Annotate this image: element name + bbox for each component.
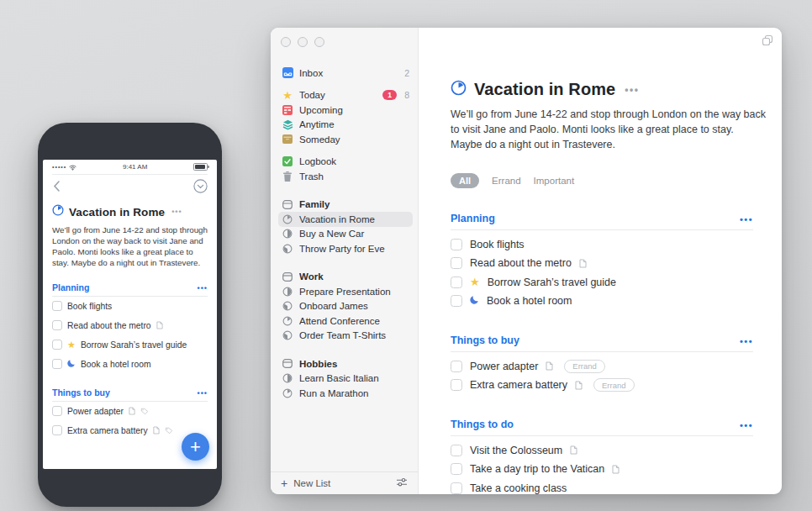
phone-project-notes[interactable]: We’ll go from June 14-22 and stop throug… [52, 224, 208, 269]
new-list-button[interactable]: New List [293, 478, 330, 488]
section-title[interactable]: Things to buy [52, 387, 110, 398]
task-checkbox[interactable] [451, 482, 462, 494]
task-checkbox[interactable] [52, 406, 62, 416]
task-label: Power adapter [67, 407, 124, 416]
task-label: Visit the Colosseum [470, 445, 562, 456]
section-title[interactable]: Planning [451, 213, 495, 224]
logbook-icon [282, 156, 293, 166]
project-title[interactable]: Vacation in Rome [474, 80, 615, 99]
task-row[interactable]: ★ Borrow Sarah’s travel guide [451, 272, 753, 292]
minimize-window-icon[interactable] [298, 37, 308, 47]
task-row[interactable]: ★ Borrow Sarah’s travel guide [52, 335, 208, 355]
task-checkbox[interactable] [451, 295, 462, 307]
sidebar-project-learn-basic-italian[interactable]: Learn Basic Italian [282, 371, 409, 387]
task-checkbox[interactable] [52, 320, 62, 330]
sidebar-project-attend-conference[interactable]: Attend Conference [282, 313, 409, 329]
project-notes[interactable]: We’ll go from June 14-22 and stop throug… [451, 108, 767, 152]
filter-all[interactable]: All [451, 173, 479, 188]
sidebar-area-hobbies[interactable]: Hobbies [282, 356, 409, 371]
sidebar-area-work[interactable]: Work [282, 270, 409, 285]
sidebar-project-prepare-presentation[interactable]: Prepare Presentation [282, 284, 409, 299]
zoom-window-icon[interactable] [314, 37, 324, 47]
project-pie-icon [282, 388, 293, 398]
battery-icon [193, 163, 208, 171]
sidebar-item-anytime[interactable]: Anytime [282, 118, 409, 133]
back-chevron-icon[interactable] [52, 180, 61, 196]
task-row[interactable]: Book flights [451, 234, 753, 254]
section-title[interactable]: Things to buy [451, 335, 519, 346]
task-row[interactable]: Read about the metro [52, 316, 208, 335]
task-checkbox[interactable] [451, 379, 462, 391]
sidebar-item-label: Anytime [299, 119, 409, 129]
task-checkbox[interactable] [451, 257, 462, 269]
task-label: Read about the metro [67, 321, 151, 330]
task-row[interactable]: Visit the Colosseum [451, 440, 753, 460]
task-row[interactable]: Book a hotel room [451, 292, 753, 311]
task-checkbox[interactable] [451, 239, 462, 250]
filter-errand[interactable]: Errand [492, 176, 521, 186]
more-options-icon[interactable]: ••• [171, 208, 182, 216]
task-row[interactable]: Extra camera battery Errand [451, 376, 753, 395]
sidebar-project-onboard-james[interactable]: Onboard James [282, 299, 409, 314]
phone-nav-bar [52, 176, 208, 198]
sidebar-item-someday[interactable]: Someday [282, 132, 409, 147]
note-icon [612, 465, 620, 474]
task-checkbox[interactable] [451, 463, 462, 475]
filter-important[interactable]: Important [534, 176, 575, 186]
task-row[interactable]: Power adapter Errand [451, 356, 753, 376]
sidebar: Inbox 2 ★ Today 1 8 Upcoming Anytim [271, 28, 419, 494]
tag-pill[interactable]: Errand [564, 360, 605, 373]
window-overlay-icon[interactable] [762, 34, 773, 50]
collapse-circle-icon[interactable] [193, 179, 208, 197]
task-label: Extra camera battery [470, 379, 567, 391]
sidebar-project-buy-a-new-car[interactable]: Buy a New Car [282, 227, 409, 242]
section-things-to-do: Things to do ••• Visit the Colosseum Tak… [451, 419, 753, 494]
task-label: Book flights [67, 302, 112, 311]
section-title[interactable]: Planning [52, 282, 89, 292]
area-label: Work [299, 271, 409, 282]
sidebar-project-throw-party-for-eve[interactable]: Throw Party for Eve [282, 241, 409, 256]
section-more-icon[interactable]: ••• [740, 214, 753, 224]
tag-pill[interactable]: Errand [593, 378, 635, 392]
sidebar-item-today[interactable]: ★ Today 1 8 [282, 88, 409, 103]
task-checkbox[interactable] [451, 445, 462, 456]
task-checkbox[interactable] [52, 425, 62, 435]
section-more-icon[interactable]: ••• [740, 420, 753, 430]
sidebar-project-order-team-tshirts[interactable]: Order Team T-Shirts [282, 329, 409, 344]
close-window-icon[interactable] [281, 37, 291, 47]
new-list-plus-icon[interactable]: + [281, 477, 287, 489]
section-divider [451, 229, 753, 230]
section-more-icon[interactable]: ••• [198, 284, 208, 292]
sidebar-item-trash[interactable]: Trash [282, 169, 409, 184]
sidebar-item-upcoming[interactable]: Upcoming [282, 103, 409, 118]
today-star-icon: ★ [470, 277, 480, 287]
add-task-button[interactable]: + [182, 433, 209, 461]
task-row[interactable]: Book flights [52, 297, 208, 316]
section-title[interactable]: Things to do [451, 419, 514, 430]
task-row[interactable]: Read about the metro [451, 254, 753, 273]
sidebar-project-run-a-marathon[interactable]: Run a Marathon [282, 386, 409, 401]
task-row[interactable]: Take a day trip to the Vatican [451, 460, 753, 479]
filter-sliders-icon[interactable] [396, 477, 408, 489]
sidebar-item-inbox[interactable]: Inbox 2 [282, 66, 409, 81]
task-checkbox[interactable] [52, 340, 62, 350]
sidebar-area-family[interactable]: Family [282, 198, 409, 213]
section-things-to-buy: Things to buy ••• Power adapter Errand E… [451, 335, 753, 394]
task-checkbox[interactable] [52, 301, 62, 311]
sidebar-item-logbook[interactable]: Logbook [282, 155, 409, 170]
section-more-icon[interactable]: ••• [198, 389, 208, 398]
task-row[interactable]: Power adapter [52, 402, 208, 421]
iphone-mockup: ••••• 9:41 AM Vacation in Rome ••• We’ll… [38, 123, 222, 507]
task-checkbox[interactable] [451, 277, 462, 288]
sidebar-project-vacation-in-rome[interactable]: Vacation in Rome [278, 212, 413, 227]
task-checkbox[interactable] [451, 361, 462, 372]
area-label: Hobbies [299, 359, 409, 369]
sidebar-item-label: Someday [299, 134, 409, 145]
layers-icon [282, 119, 293, 130]
task-checkbox[interactable] [52, 359, 62, 369]
task-row[interactable]: Book a hotel room [52, 355, 208, 374]
project-label: Vacation in Rome [299, 214, 409, 224]
section-more-icon[interactable]: ••• [740, 336, 753, 346]
more-options-icon[interactable]: ••• [625, 84, 639, 96]
task-row[interactable]: Take a cooking class [451, 478, 753, 494]
